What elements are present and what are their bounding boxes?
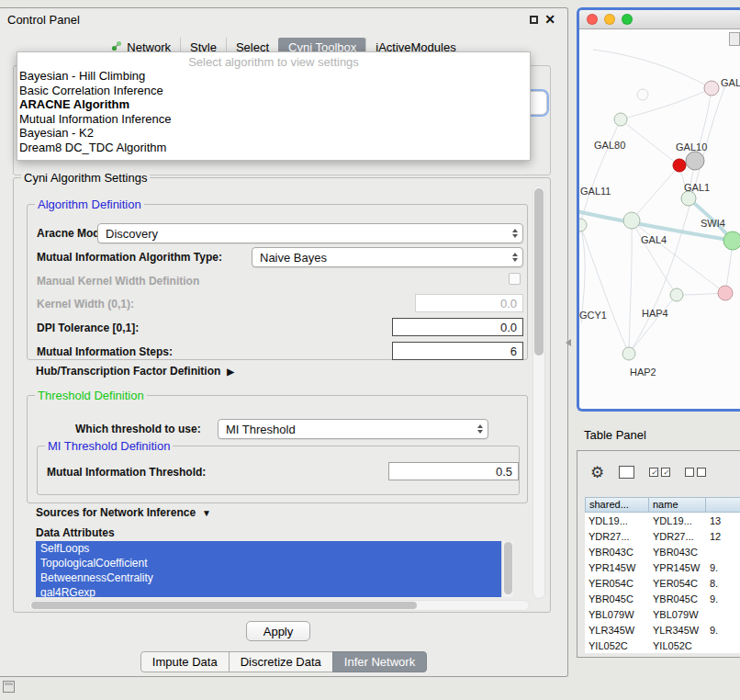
network-node[interactable] (614, 113, 627, 126)
attribute-item-betweennesscentrality[interactable]: BetweennessCentrality (36, 570, 501, 585)
splitter-collapse-icon[interactable] (566, 339, 571, 346)
table-row[interactable]: YER054CYER054C8. (585, 575, 740, 591)
table-cell: 13 (706, 515, 740, 526)
node-label-hap4: HAP4 (642, 308, 668, 319)
aracne-mode-select[interactable]: Discovery (97, 223, 523, 243)
combo-arrows-icon (512, 253, 518, 262)
network-node[interactable] (637, 89, 648, 100)
network-edge[interactable] (621, 119, 679, 165)
close-traffic-light-icon[interactable] (587, 14, 598, 25)
desktop: Control Panel ✕ NetworkStyleSelectCyni T… (0, 0, 740, 700)
mi-threshold-label: Mutual Information Threshold: (47, 466, 206, 479)
attribute-item-gal4rgexp[interactable]: gal4RGexp (36, 585, 501, 597)
table-cell: YPR145W (649, 562, 706, 573)
network-node[interactable] (723, 231, 740, 250)
cutoff-ui-chip (729, 32, 740, 46)
which-threshold-value: MI Threshold (226, 423, 296, 436)
network-node[interactable] (718, 286, 733, 300)
mi-algorithm-type-select[interactable]: Naive Bayes (252, 247, 523, 267)
attribute-item-topologicalcoefficient[interactable]: TopologicalCoefficient (36, 556, 501, 570)
algorithm-option-aracne-algorithm[interactable]: ARACNE Algorithm (17, 97, 530, 112)
minimize-traffic-light-icon[interactable] (604, 14, 615, 25)
node-table: shared...name YDL19...YDL19...13YDR27...… (585, 497, 740, 653)
network-edge[interactable] (629, 295, 677, 354)
node-label-gal: GAL (721, 77, 740, 88)
network-node[interactable] (623, 212, 640, 229)
network-edge[interactable] (621, 88, 712, 119)
manual-kernel-width-checkbox[interactable] (509, 273, 521, 285)
gear-icon[interactable]: ⚙ (590, 465, 604, 480)
network-node[interactable] (681, 191, 696, 206)
which-threshold-select[interactable]: MI Threshold (218, 419, 488, 439)
column-header-shared-[interactable]: shared... (585, 497, 649, 513)
select-all-icon[interactable]: ✓✓ (649, 468, 670, 477)
table-body: YDL19...YDL19...13YDR27...YDR27...12YBR0… (585, 513, 740, 653)
table-panel-window: ⚙ ✓✓ shared...name YDL19...YDL19...13YDR… (577, 450, 740, 658)
algorithm-option-bayesian-k2[interactable]: Bayesian - K2 (17, 126, 530, 141)
table-row[interactable]: YBL079WYBL079W (585, 606, 740, 622)
table-cell: YBR045C (649, 593, 706, 604)
expanded-arrow-icon: ▼ (202, 508, 211, 518)
algorithm-option-mutual-information-inference[interactable]: Mutual Information Inference (17, 112, 530, 127)
tab-impute-data[interactable]: Impute Data (140, 651, 230, 672)
algorithm-option-basic-correlation-inference[interactable]: Basic Correlation Inference (17, 84, 530, 98)
network-edge[interactable] (632, 220, 677, 295)
network-node[interactable] (622, 347, 635, 360)
scrollbar-thumb[interactable] (504, 542, 512, 594)
settings-vertical-scrollbar[interactable] (533, 186, 545, 599)
network-node[interactable] (670, 288, 683, 301)
scrollbar-thumb[interactable] (31, 602, 417, 609)
table-cell: YPR145W (585, 562, 649, 573)
manual-kernel-width-label: Manual Kernel Width Definition (37, 275, 199, 288)
attributes-scrollbar[interactable] (501, 541, 513, 597)
network-node[interactable] (673, 159, 686, 172)
mi-steps-field[interactable]: 6 (392, 342, 523, 360)
tab-discretize-data[interactable]: Discretize Data (229, 651, 333, 672)
column-header-name[interactable]: name (649, 497, 706, 513)
table-row[interactable]: YLR345WYLR345W9. (585, 622, 740, 638)
control-panel-window: Control Panel ✕ NetworkStyleSelectCyni T… (0, 7, 568, 677)
columns-icon[interactable] (619, 466, 634, 479)
network-edge[interactable] (580, 225, 629, 354)
table-row[interactable]: YBR045CYBR045C9. (585, 591, 740, 606)
minimized-panel-icon[interactable] (3, 681, 15, 693)
node-label-gal80: GAL80 (594, 140, 625, 151)
cyni-algorithm-settings-group: Cyni Algorithm Settings Algorithm Defini… (13, 177, 551, 613)
table-row[interactable]: YIL052CYIL052C (585, 638, 740, 653)
network-window-titlebar[interactable] (579, 10, 740, 29)
network-edge[interactable] (629, 220, 632, 354)
kernel-width-field[interactable]: 0.0 (415, 294, 523, 312)
network-canvas[interactable]: GALGAL80GAL10GAL11GAL1SWI4GAL4GCY1HAP4HA… (579, 29, 740, 409)
scrollbar-thumb[interactable] (534, 188, 544, 356)
sources-section-toggle[interactable]: Sources for Network Inference ▼ (36, 506, 211, 519)
table-row[interactable]: YBR043CYBR043C (585, 544, 740, 559)
network-edge[interactable] (580, 225, 585, 323)
mi-threshold-field[interactable]: 0.5 (388, 462, 519, 480)
apply-button[interactable]: Apply (246, 621, 310, 641)
network-edge[interactable] (593, 50, 712, 88)
network-edge[interactable] (580, 119, 621, 225)
attribute-item-selfloops[interactable]: SelfLoops (36, 541, 501, 556)
settings-horizontal-scrollbar[interactable] (28, 600, 530, 611)
table-cell: YIL052C (585, 640, 649, 651)
column-header-3[interactable] (706, 497, 740, 513)
zoom-traffic-light-icon[interactable] (622, 14, 633, 25)
table-cell: YLR345W (649, 625, 706, 636)
algorithm-option-bayesian-hill-climbing[interactable]: Bayesian - Hill Climbing (17, 69, 530, 84)
network-node[interactable] (704, 81, 719, 96)
dpi-tolerance-field[interactable]: 0.0 (392, 318, 523, 336)
close-icon[interactable]: ✕ (544, 12, 555, 27)
tab-infer-network[interactable]: Infer Network (332, 651, 427, 672)
hub-section-toggle[interactable]: Hub/Transcription Factor Definition ▶ (36, 365, 234, 378)
float-window-icon[interactable] (530, 16, 538, 24)
deselect-all-icon[interactable] (685, 468, 706, 477)
table-row[interactable]: YDR27...YDR27...12 (585, 528, 740, 544)
network-node[interactable] (686, 152, 704, 170)
network-edge[interactable] (632, 165, 679, 220)
control-panel-titlebar[interactable]: Control Panel ✕ (0, 8, 567, 32)
table-row[interactable]: YPR145WYPR145W9. (585, 559, 740, 575)
algorithm-option-dream8-dc-tdc-algorithm[interactable]: Dream8 DC_TDC Algorithm (17, 141, 530, 155)
table-row[interactable]: YDL19...YDL19...13 (585, 513, 740, 528)
mi-algorithm-type-value: Naive Bayes (260, 251, 327, 265)
network-node[interactable] (579, 219, 587, 231)
